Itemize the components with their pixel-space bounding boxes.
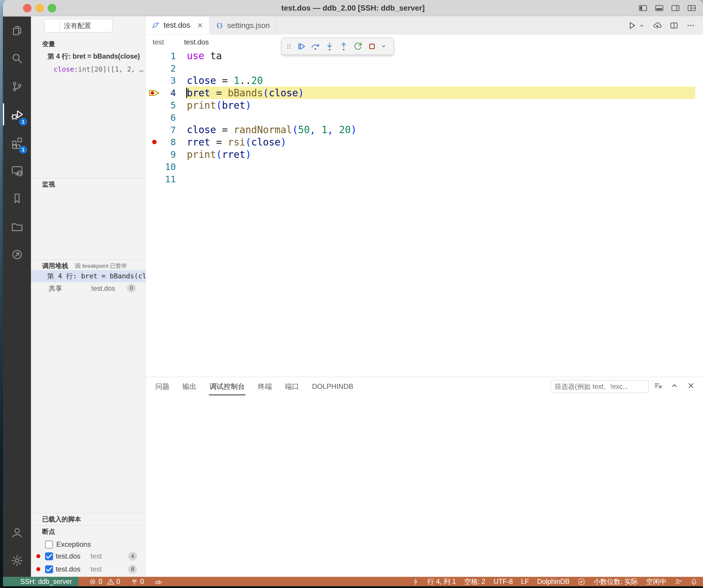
step-over-button[interactable] xyxy=(309,40,321,53)
code-line-1[interactable]: 1 use ta xyxy=(146,50,703,62)
line-content[interactable]: print(rret) xyxy=(186,148,695,161)
code-line-4[interactable]: 4 bret = bBands(close) xyxy=(146,87,703,99)
code-line-10[interactable]: 10 xyxy=(146,161,703,173)
glyph-margin[interactable] xyxy=(146,161,163,173)
activity-item-run-and-debug[interactable]: 1 xyxy=(3,100,31,129)
activity-item-bookmarks[interactable] xyxy=(3,184,31,213)
activity-item-explorer[interactable] xyxy=(3,16,31,45)
status-notifications[interactable] xyxy=(690,578,698,585)
code-line-11[interactable]: 11 xyxy=(146,173,703,185)
configure-gear-icon[interactable] xyxy=(129,21,138,30)
breakpoint-checkbox[interactable] xyxy=(45,565,53,573)
breakpoint-icon[interactable] xyxy=(146,136,163,149)
activity-item-file-browser[interactable] xyxy=(3,213,31,240)
variables-section-header[interactable]: 变量 xyxy=(31,39,146,50)
activity-item-remote-explorer[interactable] xyxy=(3,156,31,184)
remote-indicator[interactable]: SSH: ddb_server xyxy=(3,577,78,586)
watch-section-header[interactable]: 监视 xyxy=(31,179,146,190)
code-line-6[interactable]: 6 xyxy=(146,111,703,124)
code-line-2[interactable]: 2 xyxy=(146,62,703,75)
code-line-5[interactable]: 5 print(bret) xyxy=(146,99,703,111)
status-feedback[interactable] xyxy=(675,578,682,585)
activity-item-search[interactable] xyxy=(3,45,31,73)
code-line-8[interactable]: 8 rret = rsi(close) xyxy=(146,136,703,149)
code-line-7[interactable]: 7 close = randNormal(50, 1, 20) xyxy=(146,124,703,136)
continue-button[interactable] xyxy=(295,40,307,53)
status-encoding[interactable]: UTF-8 xyxy=(493,578,513,586)
toggle-panel-icon[interactable] xyxy=(654,3,664,13)
status-decimal-places[interactable]: 小数位数: 实际 xyxy=(594,577,638,586)
status-cursor-position[interactable]: 行 4, 列 1 xyxy=(427,577,456,586)
launch-config-label[interactable]: 没有配置 xyxy=(60,21,100,30)
run-options-icon[interactable] xyxy=(638,22,645,29)
status-debug-status[interactable] xyxy=(155,578,162,585)
breadcrumb-folder[interactable]: test xyxy=(153,38,164,46)
launch-config-control[interactable]: 没有配置 xyxy=(44,19,112,32)
exceptions-breakpoint-row[interactable]: Exceptions xyxy=(31,538,146,551)
launch-config-dropdown[interactable] xyxy=(100,22,112,29)
more-debug-actions-button[interactable] xyxy=(380,40,387,53)
code-editor[interactable]: 1 use ta 2 3 xyxy=(146,50,703,377)
loaded-scripts-section-header[interactable]: 已载入的脚本 xyxy=(31,514,146,525)
glyph-margin[interactable] xyxy=(146,148,163,161)
status-idle-status[interactable]: 空闲中 xyxy=(646,577,667,586)
activity-item-accounts[interactable] xyxy=(3,518,31,547)
step-into-button[interactable] xyxy=(323,40,335,53)
split-editor-icon[interactable] xyxy=(670,21,679,30)
variable-row[interactable]: close: int[20]([1, 2, … xyxy=(31,63,146,75)
glyph-margin[interactable] xyxy=(146,124,163,136)
breakpoint-row[interactable]: test.dos test 8 xyxy=(31,563,146,576)
code-line-3[interactable]: 3 close = 1..20 xyxy=(146,75,703,87)
start-debug-button[interactable] xyxy=(45,19,60,32)
activity-item-manage[interactable] xyxy=(3,547,31,575)
line-content[interactable]: close = randNormal(50, 1, 20) xyxy=(186,124,695,136)
panel-tab-DOLPHINDB[interactable]: DOLPHINDB xyxy=(311,378,354,395)
line-content[interactable] xyxy=(186,161,695,173)
line-content[interactable] xyxy=(186,111,695,124)
panel-tab-调试控制台[interactable]: 调试控制台 xyxy=(209,378,245,395)
code-line-9[interactable]: 9 print(rret) xyxy=(146,148,703,161)
toggle-secondary-sidebar-icon[interactable] xyxy=(671,3,680,13)
customize-layout-icon[interactable] xyxy=(687,3,697,13)
restart-button[interactable] xyxy=(352,40,364,53)
line-content[interactable] xyxy=(186,173,695,185)
stop-button[interactable] xyxy=(366,40,378,53)
status-forwarded-ports[interactable]: 0 xyxy=(131,578,144,586)
drag-handle-button[interactable] xyxy=(284,40,293,53)
callstack-section-header[interactable]: 调用堆栈 因 breakpoint 已暂停 xyxy=(31,261,146,271)
status-indentation[interactable]: 空格: 2 xyxy=(464,577,485,586)
status-commit[interactable] xyxy=(412,578,419,585)
line-content[interactable]: bret = bBands(close) xyxy=(186,87,695,99)
breakpoint-row[interactable]: test.dos test 4 xyxy=(31,550,146,563)
glyph-margin[interactable] xyxy=(146,50,163,62)
tab-settings.json[interactable]: {} settings.json xyxy=(210,16,276,34)
variables-scope-row[interactable]: 第 4 行: bret = bBands(close) xyxy=(31,50,146,63)
activity-item-extensions[interactable]: 1 xyxy=(3,129,31,156)
close-panel-icon[interactable] xyxy=(687,381,695,390)
clear-console-icon[interactable] xyxy=(653,381,662,390)
line-content[interactable]: print(bret) xyxy=(186,99,695,111)
stack-thread-row[interactable]: 共享 test.dos 0 xyxy=(31,282,146,295)
status-language-mode[interactable]: DolphinDB xyxy=(537,578,569,586)
glyph-margin[interactable] xyxy=(146,111,163,124)
glyph-margin[interactable] xyxy=(146,173,163,185)
glyph-margin[interactable] xyxy=(146,75,163,87)
activity-item-source-control[interactable] xyxy=(3,73,31,100)
more-actions-icon[interactable] xyxy=(686,21,695,30)
tab-test.dos[interactable]: test.dos xyxy=(146,16,210,34)
close-tab-icon[interactable] xyxy=(196,21,204,29)
breakpoints-section-header[interactable]: 断点 xyxy=(31,526,146,537)
stack-frame-row[interactable]: 第 4 行: bret = bBands(cl xyxy=(31,270,146,282)
status-dolphindb-logo[interactable] xyxy=(578,578,585,585)
panel-tab-端口[interactable]: 端口 xyxy=(284,378,300,395)
status-eol[interactable]: LF xyxy=(521,578,529,586)
line-content[interactable]: rret = rsi(close) xyxy=(186,136,695,149)
status-problems[interactable]: 00 xyxy=(89,578,120,586)
glyph-margin[interactable] xyxy=(146,62,163,75)
panel-tab-终端[interactable]: 终端 xyxy=(257,378,272,395)
step-out-button[interactable] xyxy=(337,40,350,53)
panel-tab-输出[interactable]: 输出 xyxy=(182,378,197,395)
breadcrumb-file[interactable]: test.dos xyxy=(184,38,209,46)
exceptions-checkbox[interactable] xyxy=(45,540,53,549)
panel-tab-问题[interactable]: 问题 xyxy=(155,378,170,395)
